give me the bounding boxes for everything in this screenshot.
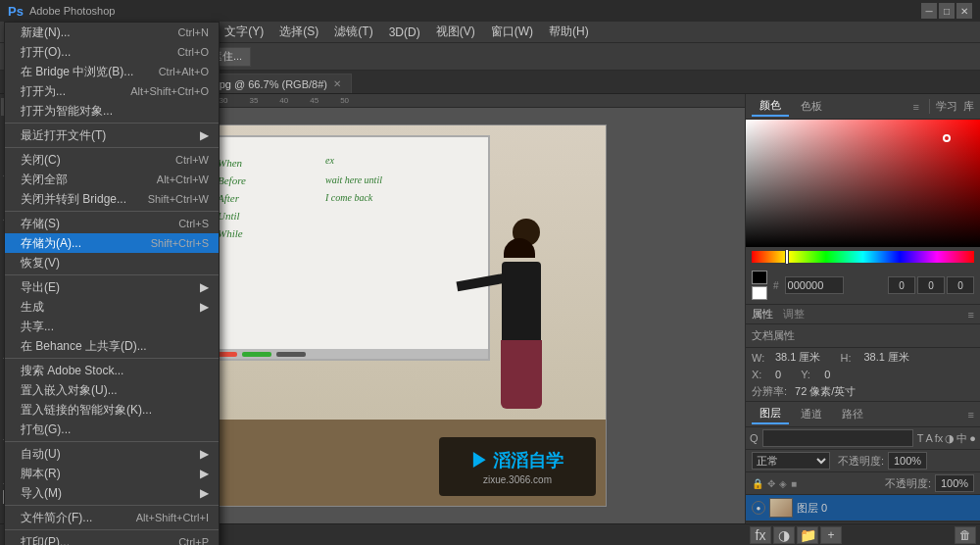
color-panel-menu[interactable]: ≡ [913, 101, 919, 113]
y-label: Y: [801, 369, 820, 380]
fg-swatch[interactable] [752, 271, 767, 284]
close-button[interactable]: ✕ [956, 3, 972, 19]
menu-item-close-bridge[interactable]: 关闭并转到 Bridge...Shift+Ctrl+W [5, 189, 219, 209]
color-picker-marker [943, 134, 951, 142]
menu-item-open-as[interactable]: 打开为...Alt+Shift+Ctrl+O [5, 81, 219, 101]
menu-item-share[interactable]: 共享... [5, 317, 219, 336]
menu-item-export[interactable]: 导出(E)▶ [5, 277, 219, 297]
menu-filter[interactable]: 滤镜(T) [326, 22, 380, 43]
layers-panel-header: 图层 通道 路径 ≡ [746, 402, 980, 427]
color-gradient[interactable] [746, 120, 980, 247]
opacity-label: 不透明度: [838, 454, 884, 469]
new-group-button[interactable]: 📁 [797, 526, 818, 544]
paths-tab[interactable]: 路径 [834, 405, 871, 423]
menu-item-recent[interactable]: 最近打开文件(T)▶ [5, 125, 219, 145]
add-mask-button[interactable]: ◑ [773, 526, 795, 544]
wb-while: While [218, 227, 243, 239]
minimize-button[interactable]: ─ [921, 3, 937, 19]
menu-separator [5, 505, 219, 506]
props-title: 属性 [752, 307, 773, 322]
channels-tab[interactable]: 通道 [793, 405, 830, 423]
r-input[interactable] [888, 276, 915, 294]
h-value: 38.1 厘米 [863, 350, 908, 365]
tab-close-icon[interactable]: ✕ [333, 78, 341, 89]
color-tab[interactable]: 颜色 [752, 96, 789, 117]
opacity-input[interactable] [888, 452, 927, 470]
menu-item-package[interactable]: 打包(G)... [5, 420, 219, 439]
menu-item-place-linked[interactable]: 置入链接的智能对象(K)... [5, 400, 219, 420]
menu-window[interactable]: 窗口(W) [483, 22, 541, 43]
library-tab[interactable]: 库 [963, 99, 974, 114]
width-row: W: 38.1 厘米 H: 38.1 厘米 [746, 348, 980, 367]
filter-toggle[interactable]: ● [969, 432, 976, 444]
filter-fx[interactable]: fx [935, 432, 944, 444]
menu-type[interactable]: 文字(Y) [217, 22, 271, 43]
layer-visibility[interactable]: ● [752, 501, 765, 515]
menu-item-save-as[interactable]: 存储为(A)...Shift+Ctrl+S [5, 233, 219, 253]
filter-type[interactable]: A [925, 432, 932, 444]
b-input[interactable] [947, 276, 974, 294]
menu-item-import[interactable]: 导入(M)▶ [5, 483, 219, 503]
menu-view[interactable]: 视图(V) [428, 22, 483, 43]
menu-item-close[interactable]: 关闭(C)Ctrl+W [5, 150, 219, 170]
menu-item-save[interactable]: 存储(S)Ctrl+S [5, 214, 219, 233]
layer-search[interactable] [762, 429, 913, 447]
hue-indicator [785, 249, 789, 265]
layer-thumbnail [769, 498, 793, 518]
h-label: H: [840, 352, 859, 364]
swatches-tab[interactable]: 色板 [793, 97, 830, 116]
photo-canvas[interactable]: When Before After Until While ex wait he… [175, 124, 607, 507]
menu-item-new[interactable]: 新建(N)...Ctrl+N [5, 23, 219, 42]
lock-icon: 🔒 [752, 478, 763, 489]
menu-item-open-smart[interactable]: 打开为智能对象... [5, 101, 219, 121]
layers-menu[interactable]: ≡ [968, 409, 974, 421]
fill-input[interactable] [935, 474, 974, 492]
delete-layer-button[interactable]: 🗑 [955, 526, 976, 544]
menu-item-behance[interactable]: 在 Behance 上共享(D)... [5, 336, 219, 356]
menu-item-adobe-stock[interactable]: 搜索 Adobe Stock... [5, 361, 219, 380]
menu-item-bridge[interactable]: 在 Bridge 中浏览(B)...Ctrl+Alt+O [5, 62, 219, 81]
g-input[interactable] [917, 276, 945, 294]
menu-item-place-embed[interactable]: 置入嵌入对象(U)... [5, 380, 219, 400]
props-menu[interactable]: ≡ [968, 309, 974, 321]
menu-help[interactable]: 帮助(H) [541, 22, 597, 43]
bg-swatch[interactable] [752, 286, 767, 300]
maximize-button[interactable]: □ [939, 3, 955, 19]
menu-item-print[interactable]: 打印(P)...Ctrl+P [5, 532, 219, 545]
menu-item-open[interactable]: 打开(O)...Ctrl+O [5, 42, 219, 62]
x-value: 0 [775, 369, 781, 380]
filter-icon[interactable]: T [917, 432, 924, 444]
wb-ex: ex [325, 155, 334, 166]
layer-item-0[interactable]: ● 图层 0 [746, 495, 980, 521]
filter-mask[interactable]: ◑ [945, 432, 955, 445]
menu-item-file-info[interactable]: 文件简介(F)...Alt+Shift+Ctrl+I [5, 508, 219, 527]
layer-name: 图层 0 [797, 501, 827, 516]
menu-separator [5, 211, 219, 212]
whiteboard: When Before After Until While ex wait he… [186, 135, 490, 361]
filter-smart[interactable]: 中 [956, 431, 967, 446]
x-label: X: [752, 369, 771, 380]
hex-input[interactable] [785, 276, 844, 294]
wb-come-back: I come back [325, 192, 372, 203]
lock-pos-icon: ✥ [767, 478, 775, 489]
hue-bar[interactable] [752, 251, 974, 263]
right-panel-tabs: 学习 库 [929, 99, 974, 114]
new-layer-button[interactable]: + [820, 526, 842, 544]
layers-tab[interactable]: 图层 [752, 404, 789, 424]
menu-item-automate[interactable]: 自动(U)▶ [5, 444, 219, 464]
learn-tab[interactable]: 学习 [936, 99, 957, 114]
menu-item-close-all[interactable]: 关闭全部Alt+Ctrl+W [5, 170, 219, 189]
blend-mode-select[interactable]: 正常 [752, 452, 830, 470]
add-fx-button[interactable]: fx [750, 526, 771, 544]
titlebar-left: Ps Adobe Photoshop [8, 4, 115, 19]
blend-mode-row: 正常 不透明度: [746, 450, 980, 472]
menu-item-scripts[interactable]: 脚本(R)▶ [5, 464, 219, 483]
menu-select[interactable]: 选择(S) [271, 22, 326, 43]
layers-actions: fx ◑ 📁 + 🗑 [746, 521, 980, 545]
menu-separator [5, 123, 219, 124]
person-body [502, 262, 541, 340]
menu-item-revert[interactable]: 恢复(V) [5, 253, 219, 272]
menu-3d[interactable]: 3D(D) [381, 22, 428, 43]
y-value: 0 [824, 369, 830, 380]
menu-item-generate[interactable]: 生成▶ [5, 297, 219, 317]
